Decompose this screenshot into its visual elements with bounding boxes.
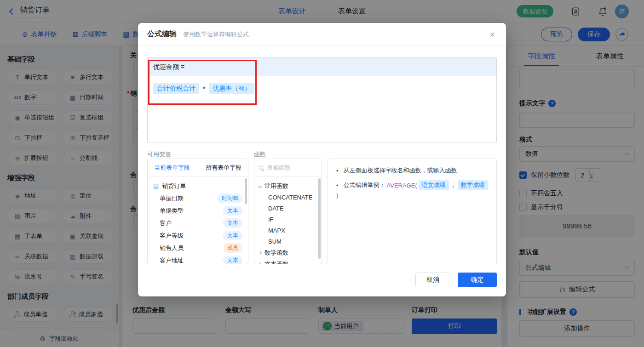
variables-tree-root[interactable]: ▤ 销货订单: [148, 180, 248, 192]
formula-field-chip[interactable]: 合计价税合计: [153, 83, 199, 94]
chevron-down-icon: [258, 184, 262, 188]
formula-editor[interactable]: 优惠金额 = 合计价税合计 * 优惠率（%）: [147, 57, 497, 142]
chevron-right-icon: [258, 250, 262, 254]
function-group-math[interactable]: 数学函数: [254, 247, 322, 258]
app-root: 销货订单 表单设计 表单设置 数据管理 存 ⊘表单外链 ⊠后端脚本 ▤数据权 预…: [0, 0, 644, 347]
form-doc-icon: ▤: [153, 182, 159, 189]
tip-line-2: 公式编辑举例： AVERAGE( 语文成绩 ， 数学成绩 ): [336, 180, 490, 199]
type-badge: 成员: [223, 243, 242, 253]
confirm-button[interactable]: 确定: [458, 273, 497, 287]
type-badge: 文本: [223, 206, 242, 216]
tab-current-form-fields[interactable]: 当前表单字段: [154, 164, 190, 172]
dialog-subtitle: 使用数学运算符编辑公式: [183, 30, 249, 39]
function-item[interactable]: SUM: [254, 236, 322, 247]
functions-label: 函数: [254, 150, 266, 159]
variables-panel: 当前表单字段 所有表单字段 ▤ 销货订单 单据日期时间戳 单据类型文本 客户文本…: [147, 159, 248, 264]
example-field-chip: 数学成绩: [458, 180, 488, 190]
tab-all-form-fields[interactable]: 所有表单字段: [206, 164, 242, 172]
tips-panel: 从左侧面板选择字段名和函数，或输入函数 公式编辑举例： AVERAGE( 语文成…: [328, 159, 497, 264]
type-badge: 文本: [223, 231, 242, 240]
type-badge: 时间戳: [218, 193, 242, 203]
function-search-input[interactable]: [267, 164, 317, 171]
variable-row[interactable]: 单据类型文本: [148, 205, 248, 217]
function-group-common[interactable]: 常用函数: [254, 180, 322, 192]
variable-row[interactable]: 客户文本: [148, 217, 248, 229]
function-group-text[interactable]: 文本函数: [254, 258, 322, 264]
dialog-title: 公式编辑: [147, 29, 177, 39]
example-field-chip: 语文成绩: [419, 180, 449, 190]
function-item[interactable]: MAPX: [254, 225, 322, 236]
example-function-name: AVERAGE(: [387, 182, 417, 189]
tip-line-1: 从左侧面板选择字段名和函数，或输入函数: [336, 166, 490, 175]
example-close-paren: ): [336, 192, 338, 199]
formula-operator: *: [203, 85, 205, 92]
variable-row[interactable]: 单据日期时间戳: [148, 192, 248, 205]
close-icon[interactable]: ×: [489, 30, 495, 39]
formula-edit-dialog: 公式编辑 使用数学运算符编辑公式 × 优惠金额 = 合计价税合计 * 优惠率（%…: [138, 23, 506, 296]
formula-field-chip[interactable]: 优惠率（%）: [209, 83, 254, 94]
variable-row[interactable]: 客户地址文本: [148, 254, 248, 264]
variable-row[interactable]: 销售人员成员: [148, 242, 248, 254]
type-badge: 文本: [223, 218, 242, 228]
cancel-button[interactable]: 取消: [415, 273, 450, 287]
search-icon: [259, 165, 263, 170]
function-item[interactable]: IF: [254, 214, 322, 225]
chevron-right-icon: [258, 262, 262, 264]
variables-scrollbar[interactable]: [245, 178, 247, 204]
formula-target: 优惠金额 =: [148, 58, 496, 76]
function-item[interactable]: DATE: [254, 203, 322, 214]
function-item[interactable]: CONCATENATE: [254, 192, 322, 203]
type-badge: 文本: [223, 256, 242, 264]
functions-scrollbar[interactable]: [318, 178, 321, 259]
function-search[interactable]: [254, 159, 322, 176]
functions-panel: 常用函数 CONCATENATE DATE IF MAPX SUM 数学函数 文…: [254, 159, 322, 264]
variables-label: 可用变量: [147, 150, 171, 159]
variable-row[interactable]: 客户等级文本: [148, 229, 248, 242]
